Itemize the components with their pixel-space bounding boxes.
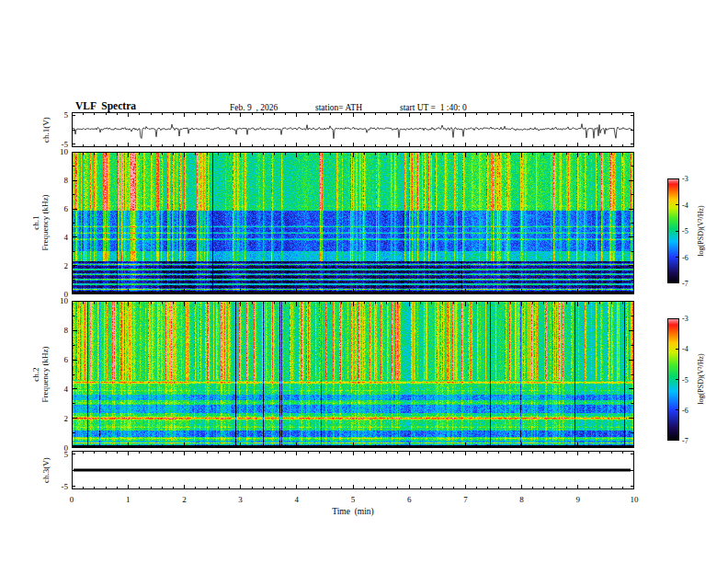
ch2-spec-ytick-label: 4 [64, 385, 69, 394]
x-tick-label: 0 [70, 495, 74, 504]
colorbar2-tick-label: -4 [682, 345, 688, 353]
header-station: station= ATH [315, 103, 362, 112]
x-tick-label: 10 [631, 495, 639, 504]
x-tick-label: 2 [182, 495, 187, 504]
colorbar2-tick-label: -5 [682, 375, 688, 384]
header-date: Feb. 9 , 2026 [230, 103, 278, 112]
colorbar2-tick-label: -3 [682, 315, 688, 323]
x-tick-label: 4 [295, 495, 300, 504]
ch1-waveform-canvas [72, 112, 634, 147]
x-tick-label: 9 [576, 495, 581, 504]
colorbar1-tick-label: -7 [682, 280, 688, 288]
ch2-frequency-axis-label-channel: ch.2 [31, 346, 40, 402]
colorbar1-tick-label: -4 [682, 201, 688, 209]
colorbar1-tick-label: -3 [682, 175, 688, 183]
ch1-frequency-axis-label-unit: Frequency (kHz) [40, 194, 50, 250]
ch2-spectrogram-canvas [72, 301, 634, 448]
header-start-ut: start UT = 1 :40: 0 [400, 103, 467, 112]
colorbar2-tick-label: -6 [682, 406, 688, 414]
ch1-spec-ytick-label: 10 [60, 147, 68, 156]
colorbar2-tick-label: -7 [682, 437, 688, 445]
ch1-voltage-axis-label: ch.1(V) [41, 117, 51, 143]
colorbar1-tick-label: -6 [682, 253, 688, 261]
figure-title: VLF Spectra [75, 100, 136, 111]
ch1-wave-ytick-label: 5 [64, 110, 69, 120]
x-tick-label: 3 [238, 495, 243, 504]
ch3-voltage-axis-label: ch.3(V) [41, 457, 51, 483]
ch2-spec-ytick-label: 2 [64, 414, 69, 423]
x-tick-label: 7 [463, 495, 468, 504]
ch2-frequency-axis-label: ch.2 Frequency (kHz) [31, 346, 50, 402]
ch1-frequency-axis-label: ch.1 Frequency (kHz) [31, 194, 50, 250]
x-tick-label: 1 [126, 495, 131, 504]
colorbar-ch2-canvas [667, 318, 679, 441]
ch3-wave-ytick-label: 5 [64, 450, 69, 459]
x-tick-label: 8 [519, 495, 524, 504]
colorbar1-label: log(PSD)(V²/Hz) [697, 205, 705, 256]
ch2-spec-ytick-label: 8 [64, 326, 69, 335]
ch3-wave-ytick-label: -5 [62, 482, 69, 491]
ch1-spec-ytick-label: 6 [64, 204, 69, 213]
colorbar-ch1-canvas [667, 178, 679, 283]
ch1-spectrogram-canvas [72, 152, 634, 294]
colorbar2-label: log(PSD)(V²/Hz) [697, 353, 705, 404]
ch3-waveform-canvas [72, 451, 634, 489]
ch2-spec-ytick-label: 6 [64, 355, 69, 364]
colorbar1-tick-label: -5 [682, 227, 688, 236]
time-axis-label: Time (min) [332, 507, 374, 516]
x-tick-label: 6 [407, 495, 412, 504]
vlf-spectra-figure: VLF Spectra Feb. 9 , 2026 station= ATH s… [0, 0, 728, 563]
ch1-spec-ytick-label: 8 [64, 176, 69, 185]
ch1-spec-ytick-label: 2 [64, 261, 69, 270]
ch1-frequency-axis-label-channel: ch.1 [31, 194, 40, 250]
x-tick-label: 5 [351, 495, 356, 504]
ch2-spec-ytick-label: 10 [60, 296, 68, 305]
ch2-frequency-axis-label-unit: Frequency (kHz) [40, 346, 50, 402]
ch1-spec-ytick-label: 4 [64, 233, 69, 242]
